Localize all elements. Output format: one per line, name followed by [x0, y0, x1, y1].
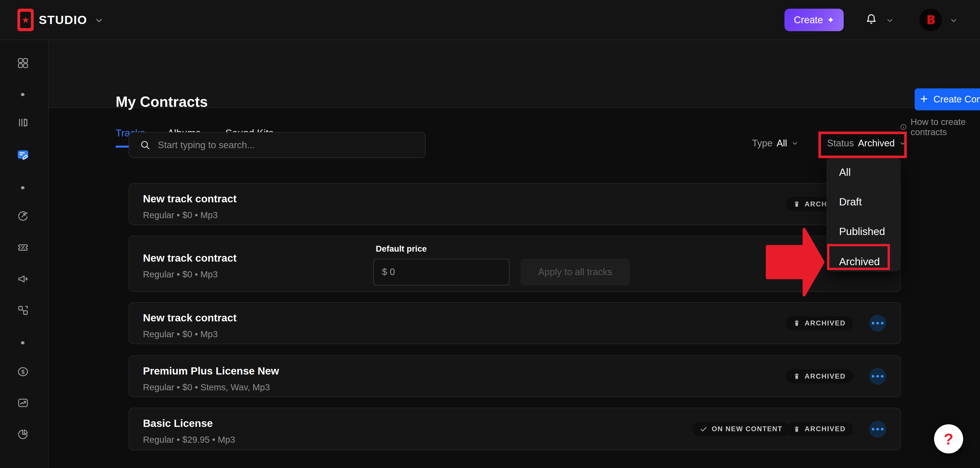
analytics-trend-icon[interactable]	[16, 396, 30, 409]
contract-row[interactable]: New track contract Regular • $0 • Mp3 AR…	[129, 302, 901, 344]
app-window: ★ STUDIO Create ✦ B	[0, 0, 980, 468]
default-price-input[interactable]	[373, 259, 509, 285]
notifications-chevron-down-icon[interactable]	[885, 16, 894, 25]
apply-to-all-tracks-button[interactable]: Apply to all tracks	[520, 259, 630, 285]
status-option-published[interactable]: Published	[839, 225, 885, 238]
contract-row[interactable]: Basic License Regular • $29.95 • Mp3 ON …	[129, 408, 901, 450]
logo-star-icon: ★	[22, 16, 29, 24]
contract-subtitle: Regular • $0 • Mp3	[143, 269, 218, 280]
contract-row-expanded[interactable]: New track contract Regular • $0 • Mp3 De…	[129, 236, 901, 292]
brand-chevron-down-icon[interactable]	[94, 15, 104, 26]
notifications-bell-icon[interactable]	[864, 12, 879, 27]
type-filter-dropdown[interactable]: Type All	[752, 138, 799, 149]
status-option-all[interactable]: All	[839, 166, 851, 178]
page-title: My Contracts	[116, 93, 208, 110]
top-bar: ★ STUDIO Create ✦ B	[0, 0, 980, 40]
contract-row[interactable]: New track contract Regular • $0 • Mp3 AR…	[129, 183, 901, 225]
trash-icon	[793, 319, 800, 327]
contract-subtitle: Regular • $0 • Mp3	[143, 210, 218, 220]
page-header: My Contracts Tracks Albums Sound Kits + …	[49, 40, 980, 108]
contract-title: Premium Plus License New	[143, 365, 279, 377]
dashboard-grid-icon[interactable]	[16, 56, 30, 70]
contract-subtitle: Regular • $0 • Stems, Wav, Mp3	[143, 382, 270, 392]
contract-subtitle: Regular • $29.95 • Mp3	[143, 434, 235, 445]
row-more-options-button[interactable]	[869, 368, 886, 385]
info-icon	[900, 122, 907, 132]
nav-dot-icon[interactable]	[21, 186, 24, 189]
contract-title: New track contract	[143, 193, 237, 205]
status-option-archived[interactable]: Archived	[839, 256, 880, 268]
create-contract-button[interactable]: + Create Contract	[915, 88, 980, 110]
check-icon	[700, 425, 708, 433]
avatar-brand-glyph: B	[926, 13, 935, 27]
studio-brand-title: STUDIO	[39, 13, 87, 27]
status-dropdown-menu: All Draft Published Archived	[826, 158, 901, 272]
account-chevron-down-icon[interactable]	[949, 16, 958, 25]
sparkle-icon: ✦	[827, 16, 835, 24]
contract-row[interactable]: Premium Plus License New Regular • $0 • …	[129, 355, 901, 397]
trash-icon	[793, 200, 800, 208]
reports-pie-icon[interactable]	[16, 428, 30, 441]
contracts-icon-active[interactable]	[16, 148, 30, 161]
payments-dollar-icon[interactable]: $	[16, 365, 30, 379]
status-filter-dropdown[interactable]: Status Archived	[827, 138, 907, 149]
archived-status-badge: ARCHIVED	[786, 422, 853, 436]
beatstars-logo-icon[interactable]: ★	[18, 9, 34, 31]
search-input[interactable]	[158, 140, 388, 150]
nav-dot-icon[interactable]	[21, 93, 24, 96]
chevron-down-icon	[791, 139, 799, 147]
svg-text:$: $	[21, 368, 25, 375]
contract-title: Basic License	[143, 417, 213, 430]
trash-icon	[793, 372, 800, 380]
search-box	[129, 132, 426, 158]
row-more-options-button[interactable]	[869, 315, 886, 332]
user-avatar[interactable]: B	[920, 9, 942, 31]
trash-icon	[793, 425, 800, 433]
help-button[interactable]: ?	[934, 424, 963, 454]
chevron-down-icon	[899, 139, 907, 147]
promote-megaphone-icon[interactable]	[16, 272, 30, 286]
status-option-draft[interactable]: Draft	[839, 196, 862, 208]
contract-title: New track contract	[143, 312, 237, 324]
default-price-label: Default price	[376, 244, 427, 254]
how-to-create-contracts-link[interactable]: How to create contracts	[900, 117, 980, 137]
archived-status-badge: ARCHIVED	[786, 316, 853, 330]
create-button[interactable]: Create ✦	[784, 9, 844, 31]
nav-dot-icon[interactable]	[21, 341, 24, 344]
goals-clock-icon[interactable]	[16, 209, 30, 222]
contract-subtitle: Regular • $0 • Mp3	[143, 329, 218, 339]
search-icon	[139, 139, 151, 151]
library-stack-icon[interactable]	[16, 116, 30, 129]
coupon-ticket-icon[interactable]	[16, 241, 30, 254]
left-sidebar-nav: $	[0, 40, 49, 468]
contract-title: New track contract	[143, 252, 237, 264]
integrations-link-icon[interactable]	[16, 304, 30, 317]
row-more-options-button[interactable]	[869, 421, 886, 438]
archived-status-badge: ARCHIVED	[786, 369, 853, 383]
on-new-content-badge: ON NEW CONTENT	[692, 422, 789, 436]
